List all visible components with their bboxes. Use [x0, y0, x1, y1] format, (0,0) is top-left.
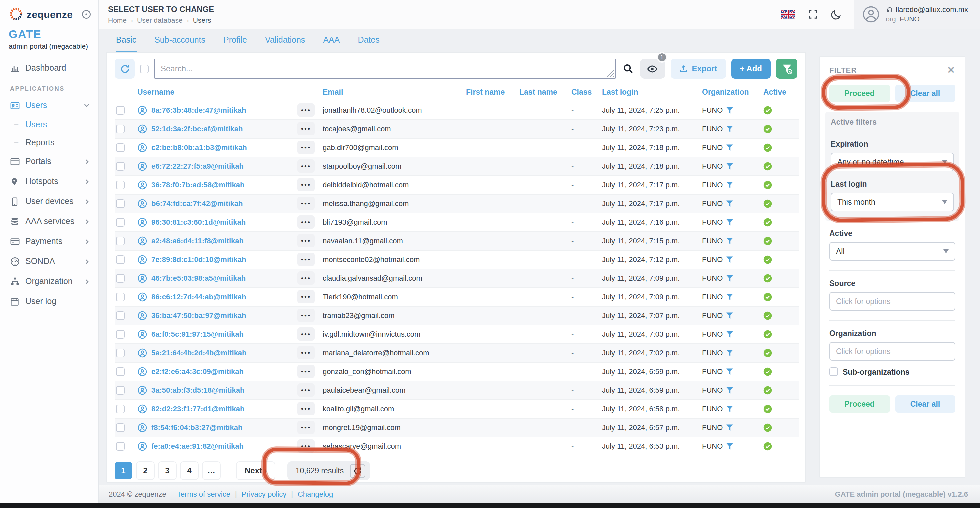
footer-link-privacy-policy[interactable]: Privacy policy: [242, 490, 287, 498]
organization-filter-icon[interactable]: [726, 405, 733, 412]
page-button-2[interactable]: 2: [137, 462, 154, 479]
results-refresh-button[interactable]: [350, 463, 365, 478]
organization-filter-icon[interactable]: [726, 181, 733, 188]
row-actions-button[interactable]: ●●●: [298, 104, 315, 117]
sidebar-item-dashboard[interactable]: Dashboard: [0, 58, 98, 78]
refresh-button[interactable]: [115, 59, 135, 79]
organization-filter-icon[interactable]: [726, 312, 733, 319]
select-all-checkbox[interactable]: [140, 64, 149, 73]
filter-clear-all-button[interactable]: Clear all: [895, 84, 955, 102]
organization-filter-icon[interactable]: [726, 424, 733, 431]
sidebar-subitem-reports[interactable]: –Reports: [0, 133, 98, 151]
organization-filter-icon[interactable]: [726, 144, 733, 151]
row-checkbox[interactable]: [116, 386, 125, 394]
sidebar-item-users[interactable]: Users: [0, 96, 98, 115]
row-actions-button[interactable]: ●●●: [298, 159, 315, 173]
row-actions-button[interactable]: ●●●: [298, 234, 315, 247]
row-actions-button[interactable]: ●●●: [298, 309, 315, 322]
organization-filter-icon[interactable]: [726, 443, 733, 450]
organization-filter-icon[interactable]: [726, 106, 733, 114]
organization-filter-icon[interactable]: [726, 349, 733, 356]
organization-filter-icon[interactable]: [726, 162, 733, 170]
sidebar-item-aaa-services[interactable]: AAA services: [0, 211, 98, 231]
username-link[interactable]: 8a:76:3b:48:de:47@mitikah: [137, 105, 298, 115]
username-link[interactable]: c2:be:b8:0b:a1:b3@mitikah: [137, 142, 298, 152]
username-link[interactable]: a2:48:a6:d4:11:f8@mitikah: [137, 236, 298, 246]
username-link[interactable]: f8:54:f6:04:b3:27@mitikah: [137, 422, 298, 432]
sub-organizations-checkbox[interactable]: [829, 367, 838, 376]
expiration-select[interactable]: Any or no date/time: [830, 153, 954, 171]
username-link[interactable]: 36:78:f0:7b:ad:58@mitikah: [137, 180, 298, 190]
row-checkbox[interactable]: [116, 330, 125, 338]
column-header-last-login[interactable]: Last login: [602, 83, 702, 101]
tab-validations[interactable]: Validations: [265, 35, 305, 52]
username-link[interactable]: e2:f2:e6:a4:3c:09@mitikah: [137, 366, 298, 376]
fullscreen-icon[interactable]: [808, 10, 818, 19]
username-link[interactable]: 7e:89:8d:c1:0d:10@mitikah: [137, 254, 298, 264]
username-link[interactable]: 96:30:81:c3:60:1d@mitikah: [137, 217, 298, 227]
sidebar-toggle-icon[interactable]: [81, 9, 91, 19]
tab-aaa[interactable]: AAA: [323, 35, 340, 52]
row-checkbox[interactable]: [116, 124, 125, 133]
row-actions-button[interactable]: ●●●: [298, 253, 315, 266]
filter-clear-all-button-bottom[interactable]: Clear all: [895, 395, 955, 412]
tab-dates[interactable]: Dates: [358, 35, 379, 52]
page-button-4[interactable]: 4: [181, 462, 198, 479]
column-header-first-name[interactable]: First name: [466, 83, 519, 101]
row-checkbox[interactable]: [116, 236, 125, 245]
organization-filter-icon[interactable]: [726, 256, 733, 263]
filter-proceed-button[interactable]: Proceed: [829, 84, 890, 102]
footer-link-terms-of-service[interactable]: Terms of service: [177, 490, 230, 498]
username-link[interactable]: 36:ba:47:50:ba:97@mitikah: [137, 311, 298, 320]
column-header-email[interactable]: Email: [323, 83, 466, 101]
username-link[interactable]: 46:7b:e5:03:98:a5@mitikah: [137, 273, 298, 283]
organization-filter-icon[interactable]: [726, 218, 733, 226]
row-actions-button[interactable]: ●●●: [298, 197, 315, 210]
export-button[interactable]: Export: [671, 59, 726, 79]
page-button-…[interactable]: …: [203, 462, 220, 479]
row-actions-button[interactable]: ●●●: [298, 420, 315, 434]
sidebar-item-sonda[interactable]: SONDA: [0, 251, 98, 271]
row-actions-button[interactable]: ●●●: [298, 141, 315, 154]
sidebar-item-hotspots[interactable]: Hotspots: [0, 171, 98, 191]
add-button[interactable]: + Add: [731, 59, 771, 79]
tab-sub-accounts[interactable]: Sub-accounts: [154, 35, 205, 52]
page-button-1[interactable]: 1: [115, 462, 132, 479]
source-input[interactable]: Click for options: [829, 292, 955, 311]
sidebar-item-payments[interactable]: Payments: [0, 231, 98, 251]
row-checkbox[interactable]: [116, 311, 125, 320]
filter-toggle-button[interactable]: [776, 59, 797, 79]
organization-filter-icon[interactable]: [726, 274, 733, 282]
username-link[interactable]: fe:a0:e4:ae:91:82@mitikah: [137, 441, 298, 451]
column-header-active[interactable]: Active: [763, 83, 799, 101]
row-checkbox[interactable]: [116, 292, 125, 301]
sidebar-item-portals[interactable]: Portals: [0, 151, 98, 171]
organization-filter-icon[interactable]: [726, 125, 733, 132]
breadcrumb-item[interactable]: Home: [108, 16, 127, 24]
organization-filter-icon[interactable]: [726, 200, 733, 207]
row-checkbox[interactable]: [116, 255, 125, 264]
sidebar-subitem-users[interactable]: –Users: [0, 115, 98, 133]
breadcrumb-item[interactable]: User database: [137, 16, 183, 24]
row-actions-button[interactable]: ●●●: [298, 365, 315, 378]
organization-filter-icon[interactable]: [726, 386, 733, 394]
username-link[interactable]: 3a:50:ab:f3:d5:18@mitikah: [137, 385, 298, 395]
organization-filter-icon[interactable]: [726, 237, 733, 244]
row-actions-button[interactable]: ●●●: [298, 440, 315, 453]
row-checkbox[interactable]: [116, 274, 125, 282]
row-actions-button[interactable]: ●●●: [298, 271, 315, 285]
row-checkbox[interactable]: [116, 442, 125, 451]
username-link[interactable]: 86:c6:12:7d:44:ab@mitikah: [137, 291, 298, 302]
row-checkbox[interactable]: [116, 106, 125, 114]
row-actions-button[interactable]: ●●●: [298, 327, 315, 341]
sidebar-item-user-devices[interactable]: User devices: [0, 191, 98, 211]
filter-proceed-button-bottom[interactable]: Proceed: [829, 395, 890, 412]
username-link[interactable]: b6:74:fd:ca:7f:42@mitikah: [137, 198, 298, 208]
last-login-select[interactable]: This month: [830, 193, 954, 211]
row-checkbox[interactable]: [116, 143, 125, 152]
row-actions-button[interactable]: ●●●: [298, 215, 315, 229]
active-select[interactable]: All: [829, 242, 955, 261]
breadcrumb-item[interactable]: Users: [193, 16, 212, 24]
column-header-last-name[interactable]: Last name: [519, 83, 571, 101]
column-header-class[interactable]: Class: [571, 83, 602, 101]
